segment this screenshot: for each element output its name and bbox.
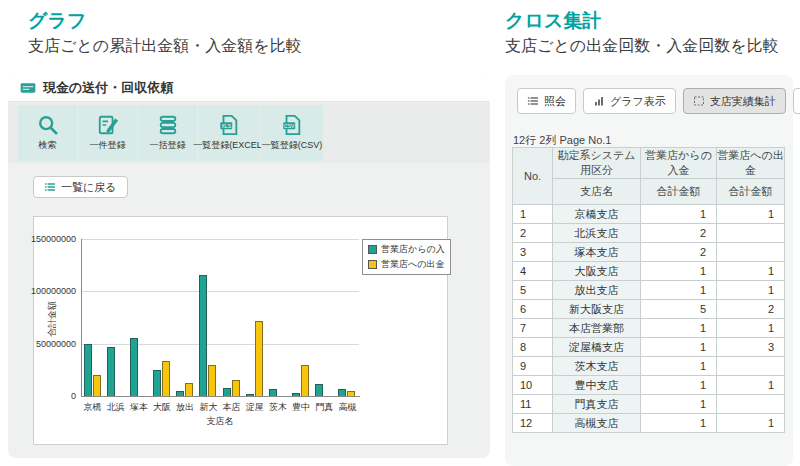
x-axis-tick-label: 茨木 xyxy=(266,401,289,414)
bar-deposit-高槻 xyxy=(338,389,346,396)
bar-deposit-北浜 xyxy=(107,347,115,396)
toolbar-button-label: 一覧登録(CSV) xyxy=(262,139,323,152)
x-axis-tick-label: 門真 xyxy=(313,401,336,414)
toolbar-button-2[interactable]: 一件登録 xyxy=(78,105,137,161)
cell-no: 2 xyxy=(513,224,553,243)
left-panel-subtitle: 支店ごとの累計出金額・入金額を比較 xyxy=(28,36,302,57)
table-header: No.勘定系システム用区分営業店からの入金営業店への出金支店名合計金額合計金額 xyxy=(513,148,785,205)
cross-tab-button-row: 照会グラフ表示支店実績集計ダウンロード(EXCEL) xyxy=(517,88,800,114)
chart-gridline xyxy=(81,291,359,292)
table-row: 12高槻支店11 xyxy=(513,414,785,433)
y-axis-line xyxy=(81,239,82,396)
excel-file-icon: XLS xyxy=(218,114,240,136)
button-label: 照会 xyxy=(544,94,566,109)
button-label: 支店実績集計 xyxy=(710,94,776,109)
bulk-register-icon xyxy=(157,114,179,136)
col-header-deposit-total: 合計金額 xyxy=(641,179,717,205)
x-axis-tick-label: 京橋 xyxy=(81,401,104,414)
bar-deposit-京橋 xyxy=(84,344,92,396)
cell-branch: 塚本支店 xyxy=(553,243,641,262)
graph-window: 現金の送付・回収依頼 検索一件登録一括登録XLS一覧登録(EXCEL)CSV一覧… xyxy=(8,75,490,458)
cell-branch: 新大阪支店 xyxy=(553,300,641,319)
toolbar-button-label: 検索 xyxy=(39,139,57,152)
legend-item: 営業店への出金 xyxy=(368,258,445,271)
x-axis-tick-label: 北浜 xyxy=(104,401,127,414)
cell-branch: 京橋支店 xyxy=(553,205,641,224)
legend-swatch xyxy=(368,245,377,254)
right-panel-title: クロス集計 xyxy=(505,8,601,34)
x-axis-tick-label: 放出 xyxy=(174,401,197,414)
x-axis-tick-label: 新大 xyxy=(197,401,220,414)
chart-gridline xyxy=(81,344,359,345)
table-row: 9茨木支店1 xyxy=(513,357,785,376)
cross-tab-panel: 照会グラフ表示支店実績集計ダウンロード(EXCEL) 12行 2列 Page N… xyxy=(505,75,793,466)
chart-gridline xyxy=(81,239,359,240)
cell-branch: 北浜支店 xyxy=(553,224,641,243)
toolbar-button-5[interactable]: CSV一覧登録(CSV) xyxy=(261,105,323,161)
cell-withdrawal-count: 1 xyxy=(717,205,785,224)
list-icon xyxy=(527,95,539,107)
back-to-list-label: 一覧に戻る xyxy=(61,180,117,195)
register-one-icon xyxy=(97,114,119,136)
cell-branch: 茨木支店 xyxy=(553,357,641,376)
y-axis-title: 合計金額 xyxy=(46,301,59,337)
cross-tab-button-3[interactable]: 支店実績集計 xyxy=(683,88,786,114)
bar-deposit-塚本 xyxy=(130,338,138,396)
cell-no: 9 xyxy=(513,357,553,376)
bar-withdrawal-放出 xyxy=(185,383,193,396)
cell-withdrawal-count: 1 xyxy=(717,262,785,281)
cell-no: 6 xyxy=(513,300,553,319)
col-header-withdrawal-total: 合計金額 xyxy=(717,179,785,205)
bar-deposit-新大 xyxy=(199,275,207,396)
x-axis-tick-label: 淀屋 xyxy=(243,401,266,414)
chart-legend: 営業店からの入営業店への出金 xyxy=(362,239,451,275)
cell-deposit-count: 1 xyxy=(641,357,717,376)
bar-withdrawal-淀屋 xyxy=(255,321,263,396)
toolbar-button-3[interactable]: 一括登録 xyxy=(138,105,197,161)
window-title-bar: 現金の送付・回収依頼 xyxy=(8,75,490,102)
legend-label: 営業店からの入 xyxy=(381,243,445,256)
toolbar-button-1[interactable]: 検索 xyxy=(18,105,77,161)
toolbar-button-label: 一括登録 xyxy=(150,139,186,152)
cross-tab-button-4[interactable]: ダウンロード(EXCEL) xyxy=(793,88,800,114)
col-header-no: No. xyxy=(513,148,553,205)
cell-branch: 本店営業部 xyxy=(553,319,641,338)
bar-withdrawal-豊中 xyxy=(301,365,309,396)
cell-withdrawal-count xyxy=(717,243,785,262)
bar-deposit-茨木 xyxy=(269,389,277,396)
cross-tab-button-2[interactable]: グラフ表示 xyxy=(583,88,676,114)
right-panel-subtitle: 支店ごとの出金回数・入金回数を比較 xyxy=(505,36,779,57)
cell-withdrawal-count xyxy=(717,224,785,243)
cross-tab-button-1[interactable]: 照会 xyxy=(517,88,576,114)
csv-file-icon: CSV xyxy=(281,114,303,136)
button-label: グラフ表示 xyxy=(610,94,666,109)
toolbar-button-label: 一件登録 xyxy=(90,139,126,152)
col-header-withdrawal: 営業店への出金 xyxy=(717,148,785,179)
x-axis-tick-label: 豊中 xyxy=(290,401,313,414)
bar-deposit-大阪 xyxy=(153,370,161,396)
cell-withdrawal-count: 3 xyxy=(717,338,785,357)
chart-plot-area xyxy=(81,239,359,396)
toolbar: 検索一件登録一括登録XLS一覧登録(EXCEL)CSV一覧登録(CSV) xyxy=(8,103,490,163)
cell-no: 8 xyxy=(513,338,553,357)
cell-deposit-count: 1 xyxy=(641,205,717,224)
cell-deposit-count: 1 xyxy=(641,395,717,414)
table-row: 7本店営業部11 xyxy=(513,319,785,338)
cell-withdrawal-count: 2 xyxy=(717,300,785,319)
cell-no: 12 xyxy=(513,414,553,433)
search-icon xyxy=(37,114,59,136)
cell-branch: 門真支店 xyxy=(553,395,641,414)
svg-text:XLS: XLS xyxy=(221,123,231,129)
bar-deposit-本店 xyxy=(223,388,231,396)
cell-withdrawal-count xyxy=(717,357,785,376)
back-to-list-button[interactable]: 一覧に戻る xyxy=(33,176,128,198)
cell-no: 7 xyxy=(513,319,553,338)
cell-withdrawal-count: 1 xyxy=(717,414,785,433)
toolbar-button-4[interactable]: XLS一覧登録(EXCEL) xyxy=(198,105,260,161)
cell-withdrawal-count xyxy=(717,395,785,414)
col-header-branch: 支店名 xyxy=(553,179,641,205)
window-title: 現金の送付・回収依頼 xyxy=(43,79,173,97)
table-row: 5放出支店11 xyxy=(513,281,785,300)
bar-withdrawal-京橋 xyxy=(93,375,101,396)
cell-withdrawal-count: 1 xyxy=(717,376,785,395)
